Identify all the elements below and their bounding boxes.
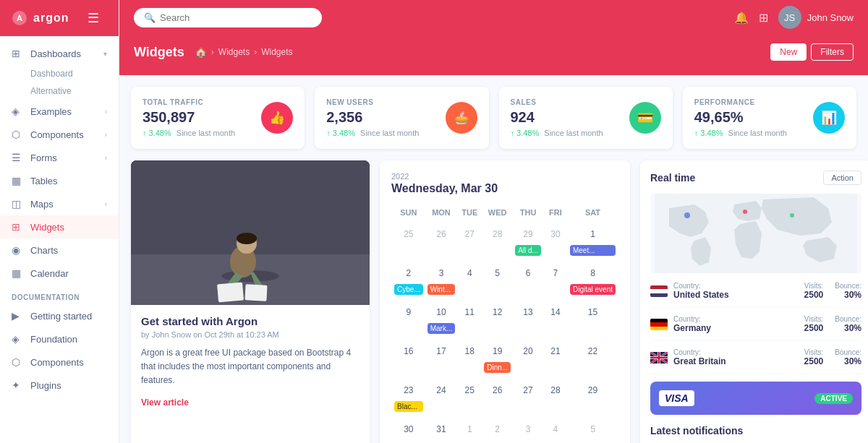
calendar-day[interactable]: 9 [393,299,425,337]
calendar-day[interactable]: 2 [482,416,512,442]
calendar-day[interactable]: 25 [458,377,481,415]
cal-day-sun: SUN [393,205,425,220]
article-title: Get started with Argon [141,315,359,327]
cal-day-thu: THU [514,205,542,220]
forms-icon: ☰ [12,152,25,163]
grid-icon[interactable]: ⊞ [759,11,768,25]
maps-icon: ◫ [12,198,25,210]
sidebar-item-calendar[interactable]: ▦ Calendar [0,262,119,285]
hamburger-button[interactable]: ☰ [80,0,106,36]
calendar-day[interactable]: 16 [393,338,425,376]
calendar-day[interactable]: 15 [569,299,617,337]
calendar-day[interactable]: 27 [514,377,542,415]
stat-icon-traffic: 👍 [261,102,293,134]
sidebar-item-maps[interactable]: ◫ Maps › [0,192,119,215]
calendar-event[interactable]: Mark... [427,323,456,334]
calendar-day[interactable]: 28 [482,221,512,259]
visa-card: VISA ACTIVE [650,382,861,415]
calendar-day[interactable]: 31 [426,416,457,442]
bottom-grid: Get started with Argon by John Snow on O… [131,160,856,443]
sidebar-item-widgets[interactable]: ⊞ Widgets [0,215,119,238]
calendar-day[interactable]: 22 [569,338,617,376]
svg-text:A: A [17,14,22,22]
calendar-day[interactable]: 20 [514,338,542,376]
calendar-day[interactable]: 29 [569,377,617,415]
calendar-day[interactable]: 4 [544,416,567,442]
calendar-day[interactable]: 24 [426,377,457,415]
user-menu[interactable]: JS John Snow [778,6,854,29]
calendar-day[interactable]: 30 [544,221,567,259]
sidebar-item-dashboards[interactable]: ⊞ Dashboards ▾ [0,42,119,65]
calendar-event[interactable]: Dinn... [484,362,511,373]
visits-stat-gb: Visits: 2500 [804,348,824,366]
calendar-day[interactable]: 26 [426,221,457,259]
calendar-day[interactable]: 1 [458,416,481,442]
visits-stat-us: Visits: 2500 [804,282,824,300]
tables-icon: ▦ [12,175,25,186]
sidebar-sub-item-dashboard[interactable]: Dashboard [30,65,119,82]
view-article-link[interactable]: View article [141,397,189,408]
sidebar-item-label: Forms [30,152,105,163]
calendar-day[interactable]: 12 [482,299,512,337]
sidebar-sub-item-alternative[interactable]: Alternative [30,82,119,100]
calendar-day[interactable]: 19Dinn... [482,338,512,376]
sidebar-item-components[interactable]: ⬡ Components › [0,123,119,146]
calendar-event[interactable]: Wint... [427,284,456,295]
stat-change: ↑ 3.48% Since last month [511,129,603,137]
calendar-day[interactable]: 11 [458,299,481,337]
new-button[interactable]: New [770,43,807,61]
sidebar-item-getting-started[interactable]: ▶ Getting started [0,304,119,327]
search-input[interactable] [160,12,305,23]
calendar-day[interactable]: 4 [458,260,481,298]
calendar-event[interactable]: All d... [515,245,541,256]
calendar-day[interactable]: 5 [482,260,512,298]
calendar-day[interactable]: 1Meet... [569,221,617,259]
sidebar-item-charts[interactable]: ◉ Charts [0,238,119,262]
calendar-day[interactable]: 21 [544,338,567,376]
bounce-value: 30% [835,356,861,366]
calendar-day[interactable]: 26 [482,377,512,415]
calendar-day[interactable]: 5 [569,416,617,442]
filters-button[interactable]: Filters [811,43,854,61]
calendar-day[interactable]: 17 [426,338,457,376]
calendar-event[interactable]: Meet... [570,245,616,256]
svg-point-12 [684,212,690,218]
calendar-day[interactable]: 23Blac... [393,377,425,415]
calendar-day[interactable]: 30 [393,416,425,442]
calendar-day[interactable]: 10Mark... [426,299,457,337]
calendar-day[interactable]: 29All d... [514,221,542,259]
calendar-day[interactable]: 6 [514,260,542,298]
search-box[interactable]: 🔍 [134,8,322,27]
sidebar-item-tables[interactable]: ▦ Tables [0,169,119,192]
country-info-us: Country: United States [673,282,799,300]
calendar-event[interactable]: Cybe... [394,284,423,295]
sidebar-item-foundation[interactable]: ◈ Foundation [0,327,119,350]
calendar-day[interactable]: 27 [458,221,481,259]
cal-date: Wednesday, Mar 30 [391,182,618,195]
country-label: Country: [673,282,799,290]
sidebar-item-plugins[interactable]: ✦ Plugins [0,374,119,397]
calendar-day[interactable]: 13 [514,299,542,337]
action-button[interactable]: Action [823,171,861,185]
breadcrumb-sep: › [211,47,214,57]
sidebar-item-components-doc[interactable]: ⬡ Components [0,350,119,374]
change-label: Since last month [544,129,603,137]
calendar-event[interactable]: Blac... [394,401,423,412]
sidebar-item-examples[interactable]: ◈ Examples › [0,100,119,123]
calendar-day[interactable]: 18 [458,338,481,376]
calendar-day[interactable]: 8Digital event [569,260,617,298]
calendar-day[interactable]: 25 [393,221,425,259]
calendar-day[interactable]: 3 [514,416,542,442]
calendar-day[interactable]: 28 [544,377,567,415]
stat-card-performance: PERFORMANCE 49,65% ↑ 3.48% Since last mo… [683,87,856,149]
calendar-event[interactable]: Digital event [570,284,616,295]
notification-icon[interactable]: 🔔 [734,11,749,25]
calendar-day[interactable]: 7 [544,260,567,298]
cal-year: 2022 [391,172,618,181]
calendar-day[interactable]: 3Wint... [426,260,457,298]
svg-point-14 [790,213,794,218]
chevron-icon: › [105,154,107,162]
calendar-day[interactable]: 2Cybe... [393,260,425,298]
sidebar-item-forms[interactable]: ☰ Forms › [0,146,119,169]
calendar-day[interactable]: 14 [544,299,567,337]
